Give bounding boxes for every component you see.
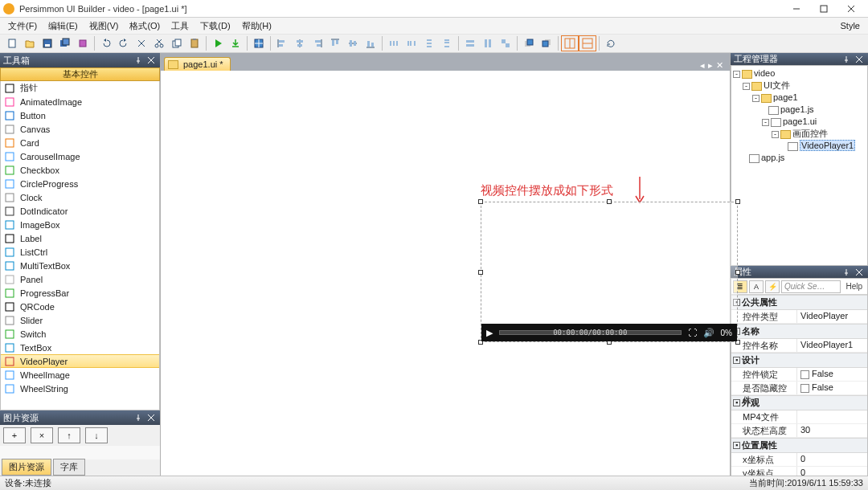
property-grid[interactable]: ▪公共属性 控件类型VideoPlayer ▪名称 控件名称VideoPlaye…	[731, 295, 867, 490]
toolbox-item-animatedimage[interactable]: AnimatedImage	[1, 95, 159, 108]
prop-sort-icon[interactable]: A	[749, 280, 764, 293]
align-left-icon[interactable]	[273, 35, 291, 51]
toolbox-item-card[interactable]: Card	[1, 136, 159, 149]
menu-file[interactable]: 文件(F)	[3, 19, 42, 33]
pin-icon[interactable]	[133, 412, 144, 423]
center-h-canvas-icon[interactable]	[561, 35, 579, 51]
svg-rect-55	[485, 39, 487, 47]
align-middle-v-icon[interactable]	[344, 35, 362, 51]
toolbox-item-dotindicator[interactable]: DotIndicator	[1, 204, 159, 218]
toolbox-item-canvas[interactable]: Canvas	[1, 122, 159, 136]
menu-format[interactable]: 格式(O)	[125, 19, 165, 33]
align-right-icon[interactable]	[309, 35, 326, 51]
toolbox-item-wheelimage[interactable]: WheelImage	[1, 368, 159, 382]
design-canvas[interactable]: 视频控件摆放成如下形式 ▶ 00:00:00/00:00:00 ⛶ 🔊	[161, 71, 730, 476]
prop-search-input[interactable]: Quick Se…	[781, 280, 841, 293]
svg-rect-89	[6, 357, 14, 365]
pin-icon[interactable]	[841, 267, 852, 278]
remove-resource-button[interactable]: ×	[31, 427, 53, 443]
tab-image-resources[interactable]: 图片资源	[2, 459, 51, 476]
video-progress-track[interactable]: 00:00:00/00:00:00	[499, 330, 682, 335]
menu-help[interactable]: 帮助(H)	[237, 19, 276, 33]
toolbox-item-multitextbox[interactable]: MultiTextBox	[1, 259, 159, 272]
toolbox-item-switch[interactable]: Switch	[1, 327, 159, 341]
panel-close-icon[interactable]	[854, 54, 865, 65]
run-icon[interactable]	[209, 35, 227, 51]
paste-icon[interactable]	[186, 35, 203, 51]
dist-h-icon[interactable]	[385, 35, 403, 51]
menu-download[interactable]: 下载(D)	[195, 19, 235, 33]
prop-help-button[interactable]: Help	[842, 282, 866, 291]
move-down-button[interactable]: ↓	[85, 427, 108, 443]
toolbox-item-panel[interactable]: Panel	[1, 272, 159, 286]
toolbox-item-label[interactable]: Label	[1, 231, 159, 245]
toolbox-item-listctrl[interactable]: ListCtrl	[1, 245, 159, 259]
toolbox-item-circleprogress[interactable]: CircleProgress	[1, 177, 159, 190]
volume-icon[interactable]: 🔊	[703, 328, 714, 338]
center-v-canvas-icon[interactable]	[579, 35, 596, 51]
maximize-button[interactable]	[810, 0, 837, 18]
cut-icon[interactable]	[150, 35, 168, 51]
toolbox-item-指针[interactable]: 指针	[1, 81, 159, 95]
pin-icon[interactable]	[133, 55, 144, 66]
toolbox-item-clock[interactable]: Clock	[1, 190, 159, 204]
tab-next-icon[interactable]: ▸	[708, 60, 713, 71]
toolbox-item-progressbar[interactable]: ProgressBar	[1, 286, 159, 300]
pin-icon[interactable]	[841, 54, 852, 65]
new-icon[interactable]	[3, 35, 21, 51]
delete-icon[interactable]	[133, 35, 150, 51]
panel-close-icon[interactable]	[145, 55, 157, 66]
dist-h2-icon[interactable]	[403, 35, 420, 51]
open-icon[interactable]	[21, 35, 39, 51]
tab-prev-icon[interactable]: ◂	[700, 60, 705, 71]
toolbox-item-videoplayer[interactable]: VideoPlayer	[1, 354, 159, 368]
toolbox-item-slider[interactable]: Slider	[1, 313, 159, 327]
menu-tools[interactable]: 工具	[166, 19, 194, 33]
align-bottom-icon[interactable]	[362, 35, 379, 51]
toolbox-item-carouselimage[interactable]: CarouselImage	[1, 149, 159, 163]
dist-v-icon[interactable]	[420, 35, 438, 51]
save-icon[interactable]	[39, 35, 56, 51]
videoplayer-widget[interactable]: ▶ 00:00:00/00:00:00 ⛶ 🔊 0%	[481, 202, 738, 342]
toolbox-item-qrcode[interactable]: QRCode	[1, 300, 159, 313]
menu-view[interactable]: 视图(V)	[84, 19, 124, 33]
toolbox-item-button[interactable]: Button	[1, 108, 159, 122]
menu-style[interactable]: Style	[841, 21, 865, 31]
prop-events-icon[interactable]: ⚡	[765, 280, 780, 293]
bring-front-icon[interactable]	[520, 35, 538, 51]
fullscreen-icon[interactable]: ⛶	[688, 328, 697, 337]
saveall-icon[interactable]	[56, 35, 74, 51]
toolbox-item-wheelstring[interactable]: WheelString	[1, 382, 159, 395]
panel-close-icon[interactable]	[145, 412, 157, 423]
redo-icon[interactable]	[115, 35, 133, 51]
project-tree[interactable]: -video -UI文件 -page1 page1.js -page1.ui -…	[731, 65, 868, 266]
download-icon[interactable]	[227, 35, 244, 51]
send-back-icon[interactable]	[538, 35, 555, 51]
close-button[interactable]	[837, 0, 865, 18]
add-resource-button[interactable]: +	[3, 427, 26, 443]
toolbox-item-imagebox[interactable]: ImageBox	[1, 218, 159, 231]
tab-font-library[interactable]: 字库	[53, 459, 85, 476]
panel-close-icon[interactable]	[854, 267, 865, 278]
tab-page1-ui[interactable]: page1.ui *	[164, 57, 231, 71]
export-icon[interactable]	[74, 35, 92, 51]
document-icon	[168, 60, 178, 69]
play-icon[interactable]: ▶	[486, 328, 493, 338]
move-up-button[interactable]: ↑	[58, 427, 80, 443]
same-height-icon[interactable]	[479, 35, 497, 51]
same-size-icon[interactable]	[497, 35, 514, 51]
align-center-h-icon[interactable]	[291, 35, 309, 51]
dist-v2-icon[interactable]	[438, 35, 456, 51]
minimize-button[interactable]	[783, 0, 810, 18]
undo-icon[interactable]	[97, 35, 115, 51]
tab-close-icon[interactable]: ✕	[716, 60, 723, 71]
toolbox-item-checkbox[interactable]: Checkbox	[1, 163, 159, 177]
same-width-icon[interactable]	[461, 35, 479, 51]
align-top-icon[interactable]	[326, 35, 344, 51]
toolbox-item-textbox[interactable]: TextBox	[1, 341, 159, 354]
toolbox-category[interactable]: 基本控件	[0, 67, 160, 81]
grid-icon[interactable]	[250, 35, 268, 51]
menu-edit[interactable]: 编辑(E)	[43, 19, 83, 33]
refresh-icon[interactable]	[602, 35, 620, 51]
copy-icon[interactable]	[168, 35, 186, 51]
